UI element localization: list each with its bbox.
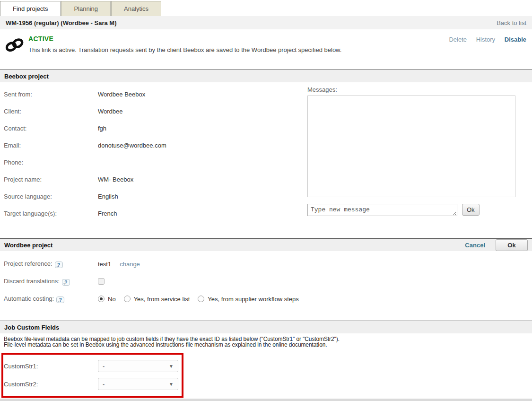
- delete-link[interactable]: Delete: [449, 36, 467, 43]
- title-bar: WM-1956 (regular) (Wordbee - Sara M) Bac…: [0, 16, 532, 29]
- field-row-customstr1: CustomStr1: - ▼: [4, 357, 182, 375]
- field-label: Target language(s):: [4, 210, 98, 217]
- field-label: Contact:: [4, 125, 98, 132]
- field-value: Wordbee: [98, 108, 123, 115]
- customstr1-selected-value: -: [103, 363, 105, 370]
- job-custom-fields-title: Job Custom Fields: [4, 324, 59, 331]
- wordbee-section-title: Wordbee project: [4, 242, 52, 249]
- field-row-customstr2: CustomStr2: - ▼: [4, 375, 182, 393]
- field-label: Phone:: [4, 159, 98, 166]
- help-icon[interactable]: ?: [55, 262, 63, 268]
- message-ok-button[interactable]: Ok: [462, 204, 480, 216]
- field-label: Email:: [4, 142, 98, 149]
- source-language-value: English: [98, 193, 118, 200]
- history-link[interactable]: History: [476, 36, 495, 43]
- project-reference-label: Project reference:: [4, 260, 52, 267]
- page: Find projects Planning Analytics WM-1956…: [0, 0, 532, 401]
- disable-link[interactable]: Disable: [505, 36, 526, 43]
- field-label: Sent from:: [4, 91, 98, 98]
- red-highlight-annotation: CustomStr1: - ▼ CustomStr2: - ▼: [1, 353, 183, 398]
- field-label: Client:: [4, 108, 98, 115]
- wordbee-section-header: Wordbee project Cancel Ok: [0, 238, 532, 251]
- customstr2-label: CustomStr2:: [4, 381, 98, 388]
- field-value: donotuse@wordbee.com: [98, 142, 166, 149]
- tab-planning[interactable]: Planning: [61, 1, 111, 16]
- field-label: Source language:: [4, 193, 98, 200]
- tab-find-projects[interactable]: Find projects: [0, 1, 61, 16]
- status-actions: Delete History Disable: [441, 36, 526, 43]
- wordbee-section-content: Project reference:? test1 change Discard…: [0, 251, 532, 321]
- customstr1-dropdown[interactable]: - ▼: [98, 360, 178, 372]
- beebox-section-header: Beebox project: [0, 70, 532, 82]
- radio-label[interactable]: Yes, from supplier workflow steps: [208, 296, 298, 303]
- beebox-section-title: Beebox project: [4, 73, 49, 80]
- field-row-discard-translations: Discard translations:?: [4, 276, 532, 287]
- chevron-down-icon: ▼: [169, 364, 174, 369]
- messages-label: Messages:: [307, 86, 515, 93]
- field-label: Discard translations:?: [4, 278, 98, 286]
- field-label: Project reference:?: [4, 260, 98, 268]
- radio-label[interactable]: Yes, from service list: [134, 296, 190, 303]
- radio-label[interactable]: No: [108, 296, 116, 303]
- beebox-section-content: Sent from: Wordbee Beebox Client: Wordbe…: [0, 82, 532, 238]
- radio-yes-service-list[interactable]: [124, 296, 131, 302]
- bottom-divider: [0, 399, 532, 401]
- discard-translations-checkbox[interactable]: [98, 278, 105, 285]
- help-icon[interactable]: ?: [62, 279, 70, 286]
- back-to-list-link[interactable]: Back to list: [497, 19, 526, 26]
- wordbee-ok-button[interactable]: Ok: [496, 239, 528, 251]
- new-message-input[interactable]: [307, 204, 457, 216]
- radio-no[interactable]: [98, 296, 105, 302]
- discard-translations-label: Discard translations:: [4, 278, 60, 285]
- chain-link-icon: [4, 35, 26, 54]
- target-language-value: French: [98, 210, 117, 217]
- chevron-down-icon: ▼: [169, 382, 174, 387]
- field-label: Project name:: [4, 176, 98, 183]
- automatic-costing-label: Automatic costing:: [4, 295, 54, 302]
- job-custom-fields-header: Job Custom Fields: [0, 321, 532, 333]
- field-value: Wordbee Beebox: [98, 91, 145, 98]
- radio-yes-supplier-workflow[interactable]: [198, 296, 204, 302]
- customstr2-selected-value: -: [103, 381, 105, 388]
- page-title: WM-1956 (regular) (Wordbee - Sara M): [6, 19, 117, 26]
- change-link[interactable]: change: [120, 261, 140, 268]
- customstr1-label: CustomStr1:: [4, 363, 98, 370]
- field-label: Automatic costing:?: [4, 295, 98, 303]
- job-custom-fields-content: Beebox file-level metadata can be mapped…: [0, 333, 532, 398]
- job-custom-fields-description: Beebox file-level metadata can be mapped…: [4, 336, 532, 348]
- field-row-project-reference: Project reference:? test1 change: [4, 259, 532, 269]
- customstr2-dropdown[interactable]: - ▼: [98, 378, 178, 390]
- link-status-block: ACTIVE This link is active. Translation …: [0, 29, 532, 70]
- cancel-link[interactable]: Cancel: [465, 242, 485, 249]
- status-description: This link is active. Translation request…: [28, 46, 526, 53]
- project-reference-value: test1: [98, 261, 111, 268]
- field-value: WM- Beebox: [98, 176, 133, 183]
- field-value: fgh: [98, 125, 106, 132]
- description-line-2: File-level metadata can be set in Beebox…: [4, 342, 532, 348]
- tab-analytics[interactable]: Analytics: [111, 1, 161, 16]
- help-icon[interactable]: ?: [56, 296, 64, 303]
- messages-list-box: [307, 96, 515, 197]
- tab-bar: Find projects Planning Analytics: [0, 0, 532, 16]
- costing-radio-group: No Yes, from service list Yes, from supp…: [98, 296, 304, 303]
- messages-panel: Messages: Ok: [307, 86, 515, 216]
- field-row-automatic-costing: Automatic costing:? No Yes, from service…: [4, 294, 532, 304]
